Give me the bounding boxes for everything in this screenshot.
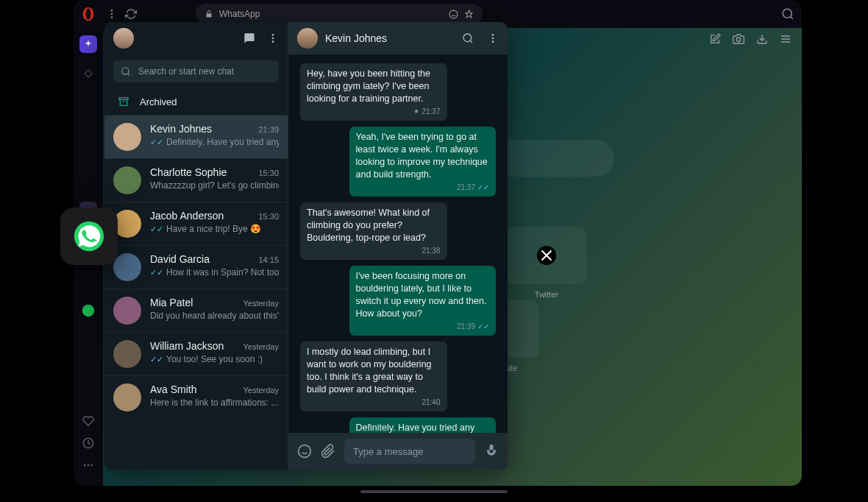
message-time: 21:37 ✓✓ bbox=[356, 183, 490, 193]
chat-item[interactable]: Kevin Johnes 21:39 ✓✓ Definitely. Have y… bbox=[104, 115, 288, 158]
edit-icon[interactable] bbox=[709, 33, 721, 45]
menu-icon[interactable] bbox=[780, 33, 791, 45]
emoji-icon[interactable] bbox=[297, 444, 312, 459]
chat-preview: ✓✓ How it was in Spain? Not too... bbox=[150, 267, 279, 277]
chat-time: 14:15 bbox=[258, 255, 279, 264]
archived-row[interactable]: Archived bbox=[104, 88, 288, 115]
clock-icon[interactable] bbox=[82, 437, 94, 449]
page-title: WhatsApp bbox=[219, 9, 260, 19]
message-outgoing: Yeah, I've been trying to go at least tw… bbox=[349, 127, 497, 197]
more-vertical-icon[interactable] bbox=[267, 32, 279, 44]
svg-point-6 bbox=[449, 10, 458, 18]
chat-item[interactable]: Mia Patel Yesterday Did you heard alread… bbox=[104, 289, 288, 332]
svg-point-7 bbox=[783, 9, 791, 18]
chat-time: 21:39 bbox=[258, 125, 279, 134]
svg-point-25 bbox=[299, 445, 311, 458]
x-icon bbox=[537, 246, 556, 265]
conversation-pane: Kevin Johnes Hey, have you been hitting … bbox=[288, 22, 508, 470]
svg-point-3 bbox=[111, 13, 113, 15]
chat-name: David Garcia bbox=[150, 253, 210, 265]
chat-name: Kevin Johnes bbox=[150, 123, 212, 135]
chat-list-header bbox=[104, 22, 288, 54]
message-time: 21:40 bbox=[307, 397, 441, 408]
pin-icon[interactable] bbox=[464, 10, 474, 19]
chat-item[interactable]: Jacob Anderson 15:30 ✓✓ Have a nice trip… bbox=[104, 202, 288, 245]
search-icon[interactable] bbox=[781, 7, 794, 21]
archive-icon bbox=[118, 96, 129, 107]
svg-point-22 bbox=[492, 34, 494, 36]
my-avatar[interactable] bbox=[113, 28, 134, 49]
contact-name: Kevin Johnes bbox=[325, 32, 387, 44]
svg-point-11 bbox=[88, 464, 90, 467]
chat-item[interactable]: Charlotte Sophie 15:30 Whazzzzup girl? L… bbox=[104, 158, 288, 202]
chat-search[interactable]: Search or start new chat bbox=[113, 60, 279, 82]
chat-avatar bbox=[113, 123, 141, 151]
svg-point-17 bbox=[272, 38, 274, 40]
more-vertical-icon[interactable] bbox=[106, 8, 118, 20]
message-incoming: Hey, have you been hitting the climbing … bbox=[300, 63, 447, 121]
camera-icon[interactable] bbox=[733, 33, 744, 45]
svg-point-12 bbox=[90, 464, 93, 467]
svg-point-4 bbox=[111, 16, 113, 18]
chat-avatar bbox=[113, 340, 141, 368]
more-vertical-icon[interactable] bbox=[487, 32, 499, 44]
address-bar[interactable]: WhatsApp bbox=[196, 4, 483, 24]
diamond-icon[interactable] bbox=[79, 65, 97, 82]
svg-point-1 bbox=[86, 9, 91, 20]
more-horizontal-icon[interactable] bbox=[82, 459, 94, 471]
chat-preview: Here is the link to affirmations: ... bbox=[150, 397, 279, 408]
svg-point-18 bbox=[272, 40, 274, 43]
message-input-bar: Type a message bbox=[288, 433, 508, 470]
chat-preview: ✓✓ You too! See you soon :) bbox=[150, 354, 279, 364]
svg-point-21 bbox=[463, 34, 472, 42]
chat-time: 15:30 bbox=[258, 212, 279, 221]
message-input[interactable]: Type a message bbox=[344, 439, 475, 464]
message-time: ★ 21:37 bbox=[307, 107, 441, 117]
conversation-header: Kevin Johnes bbox=[288, 22, 508, 54]
contact-avatar[interactable] bbox=[297, 28, 318, 49]
archived-label: Archived bbox=[140, 96, 177, 107]
message-text: Hey, have you been hitting the climbing … bbox=[307, 68, 441, 105]
svg-rect-5 bbox=[207, 14, 212, 18]
chat-item[interactable]: Ava Smith Yesterday Here is the link to … bbox=[104, 375, 288, 419]
speed-dial-tile-twitter[interactable]: Twitter bbox=[507, 227, 586, 299]
read-check-icon: ✓✓ bbox=[477, 322, 489, 332]
reload-icon[interactable] bbox=[125, 8, 137, 20]
svg-point-19 bbox=[122, 68, 129, 74]
search-icon[interactable] bbox=[462, 32, 474, 44]
new-chat-icon[interactable] bbox=[243, 32, 255, 44]
emoji-icon[interactable] bbox=[449, 10, 458, 19]
ai-sparkle-icon[interactable] bbox=[79, 35, 97, 53]
chat-name: William Jackson bbox=[150, 340, 224, 352]
svg-point-10 bbox=[84, 464, 86, 467]
svg-point-16 bbox=[272, 34, 274, 36]
read-check-icon: ✓✓ bbox=[150, 138, 163, 147]
chat-avatar bbox=[113, 166, 141, 194]
search-placeholder: Search or start new chat bbox=[138, 66, 234, 77]
message-time: 21:38 bbox=[307, 246, 441, 256]
message-text: That's awesome! What kind of climbing do… bbox=[307, 207, 441, 244]
heart-icon[interactable] bbox=[82, 415, 94, 427]
chat-name: Ava Smith bbox=[150, 383, 197, 395]
chat-item[interactable]: William Jackson Yesterday ✓✓ You too! Se… bbox=[104, 332, 288, 375]
spotify-icon[interactable] bbox=[79, 302, 97, 319]
chat-preview: ✓✓ Definitely. Have you tried any... bbox=[150, 137, 279, 147]
attach-icon[interactable] bbox=[321, 444, 335, 459]
whatsapp-panel: Search or start new chat Archived Kevin … bbox=[104, 22, 508, 470]
chat-item[interactable]: David Garcia 14:15 ✓✓ How it was in Spai… bbox=[104, 245, 288, 289]
svg-point-13 bbox=[736, 38, 740, 41]
chat-time: Yesterday bbox=[243, 386, 279, 395]
download-icon[interactable] bbox=[756, 33, 768, 45]
opera-logo-icon bbox=[81, 7, 96, 21]
chat-time: 15:30 bbox=[258, 169, 279, 177]
chat-name: Charlotte Sophie bbox=[150, 166, 227, 178]
svg-point-8 bbox=[82, 305, 95, 317]
message-text: I've been focusing more on bouldering la… bbox=[356, 270, 490, 320]
message-outgoing: Definitely. Have you tried any specific … bbox=[349, 417, 497, 433]
whatsapp-icon bbox=[73, 220, 105, 252]
chat-time: Yesterday bbox=[243, 299, 279, 308]
mic-icon[interactable] bbox=[484, 444, 499, 459]
svg-rect-20 bbox=[119, 98, 128, 100]
message-incoming: I mostly do lead climbing, but I want to… bbox=[300, 342, 447, 411]
lock-icon bbox=[204, 10, 213, 18]
